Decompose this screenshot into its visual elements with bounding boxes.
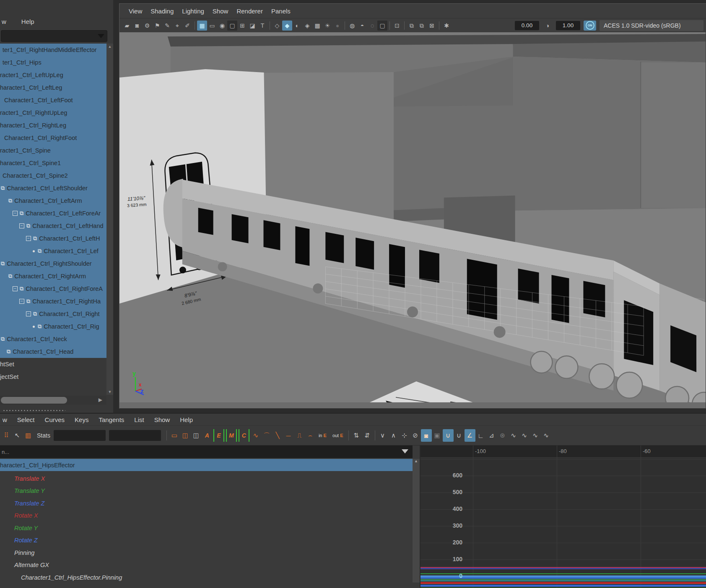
scroll-down-icon[interactable]: ▼	[108, 390, 112, 394]
collapse-icon[interactable]: −	[13, 211, 18, 216]
graph-curve-view[interactable]: -100-80-606005004003002001000	[420, 446, 706, 588]
viewport-menu-lighting[interactable]: Lighting	[182, 8, 204, 15]
scroll-up-icon[interactable]: ▲	[414, 459, 418, 463]
ease-tangent-icon[interactable]: E	[213, 429, 224, 442]
free-tangent-weight-icon[interactable]: ⊹	[399, 429, 410, 442]
move-nearest-picked-key-icon[interactable]: ↖	[12, 429, 23, 442]
exposure-field[interactable]: 0.00	[515, 21, 539, 30]
plateau-tangent-icon[interactable]: ⌢	[305, 429, 316, 442]
outliner-item[interactable]: htSet	[0, 358, 106, 370]
ghost-curve-icon[interactable]: ⊛	[497, 429, 508, 442]
outliner-item[interactable]: −⧉Character1_Ctrl_LeftHand	[0, 220, 106, 232]
outliner-item[interactable]: ⧉Character1_Ctrl_Head	[0, 345, 106, 358]
step-tangent-icon[interactable]: ⎍	[294, 429, 305, 442]
channel-row[interactable]: Rotate Z	[0, 534, 413, 547]
panel-toggle-icon[interactable]: ▢	[377, 21, 387, 31]
outliner-item[interactable]: ⧉Character1_Ctrl_Lef	[0, 245, 106, 257]
pencil-tool-icon[interactable]: ✎	[162, 21, 172, 31]
snap-magnet-value-icon[interactable]: ∪	[454, 429, 465, 442]
chevron-down-icon[interactable]	[402, 449, 408, 453]
scrollbar-thumb[interactable]	[1, 397, 67, 404]
graph-outliner-scrollbar[interactable]: ▲	[413, 459, 420, 583]
outliner-item[interactable]: Character1_Ctrl_Spine2	[0, 169, 106, 182]
collapse-icon[interactable]: −	[19, 223, 24, 228]
outliner-item[interactable]: ter1_Ctrl_RightHandMiddleEffector	[0, 44, 106, 56]
outliner-item[interactable]: racter1_Ctrl_Spine	[0, 144, 106, 157]
outliner-item[interactable]: racter1_Ctrl_RightUpLeg	[0, 106, 106, 119]
channel-row[interactable]: Character1_Ctrl_HipsEffector.Pinning	[0, 571, 413, 584]
camera-lock-icon[interactable]: ◙	[132, 21, 142, 31]
image-plane-icon[interactable]: ◪	[247, 21, 257, 31]
collapse-icon[interactable]: −	[26, 236, 31, 241]
out-tangent-icon[interactable]: out E	[330, 432, 345, 439]
contrast-field[interactable]: 1.00	[556, 21, 580, 30]
graph-menu-keys[interactable]: Keys	[75, 416, 88, 423]
pre-infinity-offset-icon[interactable]: ∿	[519, 429, 530, 442]
stats-value-field[interactable]	[109, 430, 161, 441]
grid-icon[interactable]: ▦	[197, 21, 207, 31]
paint-tool-icon[interactable]: ✐	[182, 21, 192, 31]
graph-menu-show[interactable]: Show	[154, 416, 170, 423]
pre-infinity-cycle-icon[interactable]: ∿	[508, 429, 519, 442]
clamped-tangent-icon[interactable]: ⌒	[261, 429, 272, 442]
snapshot-icon[interactable]: ⊠	[427, 21, 437, 31]
smooth-shade-icon[interactable]: ◆	[282, 21, 292, 31]
colorspace-label[interactable]: ACES 1.0 SDR-video (sRGB)	[600, 20, 703, 31]
outliner-item[interactable]: −⧉Character1_Ctrl_LeftForeAr	[0, 207, 106, 220]
graph-menu-select[interactable]: Select	[17, 416, 35, 423]
collapse-icon[interactable]: −	[26, 311, 31, 316]
isolate-select-icon[interactable]: ⊡	[392, 21, 402, 31]
channel-row[interactable]: Pinning	[0, 547, 413, 559]
outliner-item[interactable]: ⧉Character1_Ctrl_LeftArm	[0, 194, 106, 207]
snap-view-icon[interactable]: ⌖	[172, 21, 182, 31]
channel-search-field[interactable]: n...	[0, 446, 413, 458]
textured-icon[interactable]: ◈	[302, 21, 312, 31]
anti-alias-icon[interactable]: ◌	[367, 21, 377, 31]
color-management-toggle[interactable]: ON	[584, 21, 596, 31]
frame-playback-range-icon[interactable]: ◫	[180, 429, 191, 442]
exposure-icon[interactable]: ✱	[441, 21, 452, 31]
graph-menu-curves[interactable]: Curves	[45, 416, 65, 423]
outliner-item[interactable]: haracter1_Ctrl_RightLeg	[0, 119, 106, 132]
graph-menu-list[interactable]: List	[134, 416, 144, 423]
channel-row[interactable]: Rotate Y	[0, 522, 413, 534]
panel-resize-handle[interactable]	[3, 409, 65, 412]
scroll-up-icon[interactable]: ▲	[108, 44, 112, 49]
outliner-item[interactable]: −⧉Character1_Ctrl_RightHa	[0, 295, 106, 308]
field-chart-icon[interactable]: ⊞	[237, 21, 247, 31]
flat-tangent-icon[interactable]: ─	[283, 429, 294, 442]
lattice-deform-keys-icon[interactable]: ▥	[23, 429, 34, 442]
stacked-view-icon[interactable]: ∟	[475, 429, 486, 442]
post-infinity-cycle-icon[interactable]: ∿	[530, 429, 541, 442]
checker-icon[interactable]: ▩	[312, 21, 322, 31]
bookmark-icon[interactable]: ⚑	[152, 21, 162, 31]
outliner-item[interactable]: ⧉Character1_Ctrl_Rig	[0, 320, 106, 333]
collapse-icon[interactable]: −	[19, 299, 24, 304]
outliner-item[interactable]: ter1_Ctrl_Hips	[0, 56, 106, 69]
viewport-menu-view[interactable]: View	[129, 8, 142, 15]
in-tangent-icon[interactable]: in E	[317, 432, 329, 439]
lock-tangent-weight-icon[interactable]: ⊘	[410, 429, 421, 442]
scroll-right-icon[interactable]: ▶	[99, 397, 102, 403]
gate-mask-icon[interactable]: ▢	[227, 21, 237, 31]
outliner-item[interactable]: −⧉Character1_Ctrl_LeftH	[0, 232, 106, 245]
outliner-filter-field[interactable]	[1, 30, 107, 42]
snap-magnet-time-icon[interactable]: ∪	[443, 429, 454, 442]
film-gate-icon[interactable]: ▭	[207, 21, 217, 31]
channel-row[interactable]: Translate Z	[0, 497, 413, 510]
absolute-view-icon[interactable]: ∠	[465, 429, 475, 442]
insert-keys-tool-icon[interactable]: ⠿	[1, 429, 12, 442]
spline-tangent-icon[interactable]: ∿	[250, 429, 261, 442]
outliner-item[interactable]: jectSet	[0, 370, 106, 383]
time-snap-icon[interactable]: ◙	[421, 429, 432, 442]
outliner-horizontal-scrollbar[interactable]: ▶	[0, 396, 106, 405]
break-tangents-icon[interactable]: ∨	[377, 429, 388, 442]
swap-buffer-curve-icon[interactable]: ⇵	[362, 429, 373, 442]
viewport-menu-renderer[interactable]: Renderer	[236, 8, 263, 15]
outliner-item[interactable]: −⧉Character1_Ctrl_Right	[0, 308, 106, 320]
resolution-gate-icon[interactable]: ◉	[217, 21, 227, 31]
outliner-item[interactable]: −⧉Character1_Ctrl_RightForeA	[0, 282, 106, 295]
graph-menu-help[interactable]: Help	[180, 416, 193, 423]
outliner-item[interactable]: ⧉Character1_Ctrl_LeftShoulder	[0, 182, 106, 194]
viewport-3d-canvas[interactable]: 11'10⅞" 3 623 mm 8'9⅞" 2 680 mm	[119, 32, 706, 408]
